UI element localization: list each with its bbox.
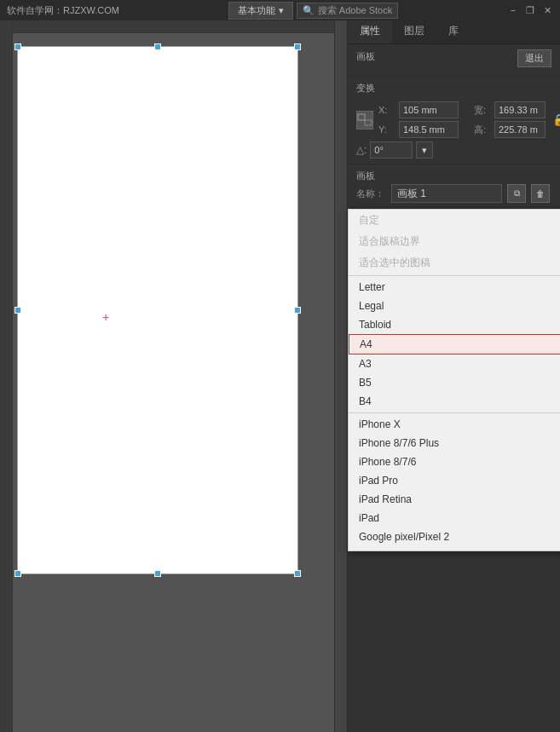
handle-bottom-right[interactable] <box>294 570 301 577</box>
dropdown-item-iphone-876-plus[interactable]: iPhone 8/7/6 Plus <box>349 434 560 452</box>
dropdown-item-b4[interactable]: B4 <box>349 392 560 411</box>
dropdown-item-ipad-retina[interactable]: iPad Retina <box>349 490 560 509</box>
artboard-section-title: 画板 <box>356 170 375 181</box>
dropdown-item-fit-artboard[interactable]: 适合版稿边界 <box>349 231 560 252</box>
cross-marker: + <box>102 310 109 324</box>
dropdown-item-fit-selection[interactable]: 适合选中的图稿 <box>349 252 560 274</box>
angle-symbol: △: <box>356 144 367 156</box>
y-input[interactable] <box>399 121 459 138</box>
artboard-name-label: 名称： <box>356 187 384 200</box>
dropdown-item-ipad[interactable]: iPad <box>349 509 560 527</box>
dropdown-item-custom[interactable]: 自定 <box>349 210 560 231</box>
top-ruler <box>0 20 347 33</box>
artboard-section: 画板 名称： ⧉ 🗑 预设： 640 × 480 (VGA) ▾ 💾 💾 <box>348 164 560 239</box>
handle-bottom-left[interactable] <box>14 570 21 577</box>
artboard-name-row: 名称： ⧉ 🗑 <box>356 184 551 203</box>
tab-library[interactable]: 库 <box>436 20 471 43</box>
transform-icon <box>356 111 373 130</box>
function-button[interactable]: 基本功能 ▾ <box>228 2 293 20</box>
x-label: X: <box>378 105 395 115</box>
transform-header: 变换 <box>356 82 551 98</box>
canvas-section: 画板 退出 <box>348 44 560 77</box>
chevron-down-icon: ▾ <box>279 5 284 16</box>
width-label: 宽: <box>474 104 491 117</box>
window-controls: − ❐ ✕ <box>507 4 553 16</box>
transform-section: 变换 X: 宽: <box>348 77 560 164</box>
right-panel: 属性 图层 库 画板 退出 变换 <box>347 20 560 732</box>
search-area[interactable]: 🔍 搜索 Adobe Stock <box>297 3 398 19</box>
dropdown-item-iphone-876[interactable]: iPhone 8/7/6 <box>349 452 560 471</box>
dropdown-item-b5[interactable]: B5 <box>349 373 560 392</box>
dropdown-item-google-pixel[interactable]: Google pixel/Pixel 2 <box>349 527 560 546</box>
dropdown-item-tabloid[interactable]: Tabloid <box>349 315 560 334</box>
search-icon: 🔍 <box>303 5 315 16</box>
svg-rect-0 <box>358 114 365 120</box>
handle-bottom-center[interactable] <box>154 570 161 577</box>
artboard-canvas <box>17 46 298 574</box>
minimize-button[interactable]: − <box>507 4 519 16</box>
transform-xy: X: 宽: Y: 高: <box>378 101 546 138</box>
dropdown-item-google-pixel-xl[interactable]: Google pixel XL/Pixel 2 XL <box>349 546 560 550</box>
y-label: Y: <box>378 124 395 135</box>
handle-top-right[interactable] <box>294 43 301 50</box>
top-bar: 软件自学网：RJZXW.COM 基本功能 ▾ 🔍 搜索 Adobe Stock … <box>0 0 560 20</box>
transform-title: 变换 <box>356 82 375 95</box>
dropdown-item-ipad-pro[interactable]: iPad Pro <box>349 471 560 490</box>
dropdown-item-a3[interactable]: A3 <box>349 354 560 373</box>
angle-row: △: ▾ <box>356 141 551 159</box>
width-input[interactable] <box>494 101 546 118</box>
artboard-duplicate-icon[interactable]: ⧉ <box>507 184 526 203</box>
dropdown-divider-2 <box>349 412 560 413</box>
dropdown-divider-1 <box>349 275 560 276</box>
canvas-section-title: 画板 <box>356 50 375 63</box>
dropdown-item-legal[interactable]: Legal <box>349 297 560 315</box>
left-ruler <box>0 20 13 732</box>
exit-button[interactable]: 退出 <box>517 49 551 67</box>
canvas-scrollbar[interactable] <box>334 20 347 732</box>
handle-middle-left[interactable] <box>14 307 21 314</box>
lock-icon: 🔒 <box>552 113 560 126</box>
artboard-name-input[interactable] <box>391 184 502 203</box>
artboard-delete-icon[interactable]: 🗑 <box>531 184 550 203</box>
handle-middle-right[interactable] <box>294 307 301 314</box>
main-layout: + 属性 图层 库 画板 退出 变换 <box>0 20 560 732</box>
tab-layers[interactable]: 图层 <box>392 20 436 43</box>
close-button[interactable]: ✕ <box>541 4 553 16</box>
top-bar-center: 基本功能 ▾ 🔍 搜索 Adobe Stock <box>228 2 398 20</box>
dropdown-item-iphone-x[interactable]: iPhone X <box>349 415 560 434</box>
preset-dropdown-menu: 自定 适合版稿边界 适合选中的图稿 Letter Legal Tabloid A… <box>348 209 560 551</box>
svg-rect-1 <box>365 120 372 125</box>
handle-top-center[interactable] <box>154 43 161 50</box>
dropdown-item-a4[interactable]: A4 <box>349 334 560 354</box>
x-input[interactable] <box>399 101 459 118</box>
canvas-area[interactable]: + <box>0 20 347 732</box>
restore-button[interactable]: ❐ <box>524 4 536 16</box>
handle-top-left[interactable] <box>14 43 21 50</box>
dropdown-item-letter[interactable]: Letter <box>349 278 560 297</box>
panel-tabs: 属性 图层 库 <box>348 20 560 44</box>
canvas-header-row: 画板 退出 <box>356 49 551 67</box>
angle-dropdown[interactable]: ▾ <box>416 141 433 159</box>
dropdown-scroll[interactable]: 自定 适合版稿边界 适合选中的图稿 Letter Legal Tabloid A… <box>349 210 560 550</box>
height-label: 高: <box>474 124 491 136</box>
site-label: 软件自学网：RJZXW.COM <box>7 4 119 17</box>
angle-input[interactable] <box>370 141 413 159</box>
tab-properties[interactable]: 属性 <box>348 20 392 43</box>
height-input[interactable] <box>494 121 546 138</box>
